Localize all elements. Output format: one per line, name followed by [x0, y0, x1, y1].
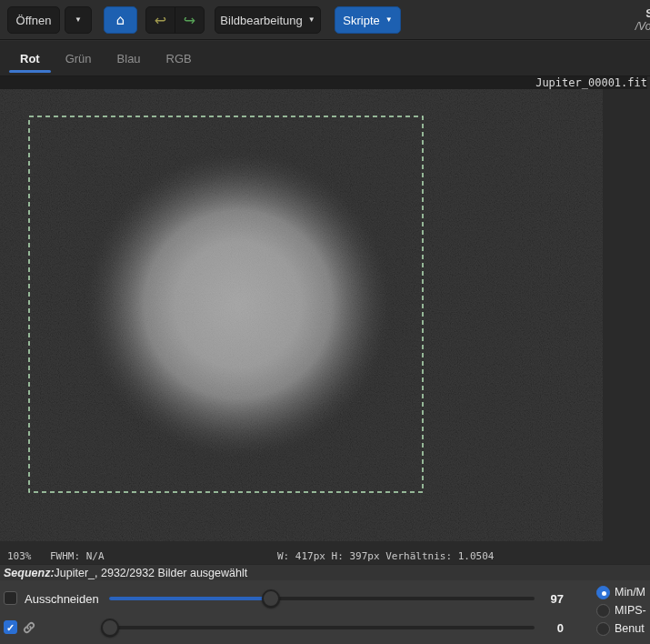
sequence-info-row: Sequenz:Jupiter_, 2932/2932 Bilder ausge…: [0, 564, 650, 580]
radio-minmax-label: Min/M: [615, 586, 645, 599]
radio-user-label: Benut: [615, 622, 645, 635]
tab-gruen[interactable]: Grün: [53, 41, 105, 75]
image-filename-label: Jupiter_00001.fit: [0, 76, 647, 89]
low-threshold-slider[interactable]: [109, 619, 535, 637]
cut-checkbox-label: Ausschneiden: [25, 592, 99, 606]
fits-image: [0, 89, 603, 541]
tab-blau[interactable]: Blau: [105, 41, 154, 75]
window-title-clipped: S /Vol: [599, 7, 650, 34]
image-processing-menu-button[interactable]: Bildbearbeitung ▼: [215, 6, 321, 34]
link-channels-checkbox[interactable]: ✓: [4, 620, 17, 634]
low-threshold-value: 0: [525, 621, 564, 635]
slider-handle[interactable]: [262, 589, 280, 608]
high-threshold-value: 97: [525, 592, 564, 606]
home-button[interactable]: ⌂: [104, 6, 137, 34]
undo-redo-group: ↩ ↪: [145, 6, 205, 34]
slider-handle[interactable]: [101, 619, 119, 637]
image-statusbar: 103% FWHM: N/A W: 417px H: 397px Verhält…: [0, 549, 650, 564]
redo-icon: ↪: [184, 12, 195, 29]
display-stretch-controls: Ausschneiden 97 ✓ 0 Min/M: [0, 580, 650, 644]
radio-mips[interactable]: MIPS-: [596, 603, 650, 618]
tab-rgb[interactable]: RGB: [154, 41, 205, 75]
radio-mips-label: MIPS-: [615, 604, 646, 617]
chevron-down-icon: ▼: [75, 16, 82, 24]
window-title-line1: S: [599, 7, 650, 21]
tab-rot-label: Rot: [20, 52, 40, 65]
home-icon: ⌂: [116, 14, 125, 27]
radio-minmax[interactable]: Min/M: [596, 585, 650, 599]
tab-blau-label: Blau: [117, 52, 141, 65]
sequence-label: Sequenz:: [4, 567, 55, 579]
tab-gruen-label: Grün: [65, 52, 92, 65]
image-viewport[interactable]: [0, 89, 603, 541]
sensor-noise-overlay: [0, 89, 603, 541]
display-mode-radiogroup: Min/M MIPS- Benut: [596, 585, 650, 639]
radio-dot: [596, 604, 610, 618]
slider-track: [109, 626, 535, 629]
image-canvas-area: Jupiter_00001.fit: [0, 76, 650, 564]
scripts-menu-button[interactable]: Skripte ▼: [335, 6, 401, 34]
chevron-down-icon: ▼: [308, 16, 315, 24]
sequence-info: Jupiter_, 2932/2932 Bilder ausgewählt: [55, 567, 248, 579]
siril-window: Öffnen ▼ ⌂ ↩ ↪ Bildbearbeitung ▼ Skripte…: [0, 0, 650, 644]
tab-rot[interactable]: Rot: [7, 41, 53, 75]
channel-tabbar: Rot Grün Blau RGB: [0, 41, 650, 76]
open-button-label: Öffnen: [16, 14, 52, 27]
window-title-line2: /Vol: [599, 21, 650, 34]
radio-user[interactable]: Benut: [596, 621, 650, 636]
undo-button[interactable]: ↩: [146, 7, 175, 33]
tab-rgb-label: RGB: [166, 52, 192, 65]
radio-dot: [596, 586, 610, 599]
redo-button[interactable]: ↪: [175, 7, 204, 33]
radio-dot: [596, 622, 610, 636]
image-processing-label: Bildbearbeitung: [220, 14, 302, 27]
fwhm-readout: FWHM: N/A: [50, 550, 105, 562]
open-button[interactable]: Öffnen: [7, 6, 60, 34]
chevron-down-icon: ▼: [385, 16, 393, 24]
undo-icon: ↩: [155, 12, 166, 29]
main-toolbar: Öffnen ▼ ⌂ ↩ ↪ Bildbearbeitung ▼ Skripte…: [0, 0, 650, 40]
open-dropdown-button[interactable]: ▼: [65, 6, 92, 34]
zoom-level: 103%: [7, 550, 32, 562]
selection-dimensions-readout: W: 417px H: 397px Verhältnis: 1.0504: [277, 550, 494, 562]
high-threshold-slider[interactable]: [109, 589, 535, 608]
link-icon: [21, 619, 37, 636]
cut-checkbox[interactable]: [4, 591, 17, 605]
scripts-label: Skripte: [343, 14, 379, 27]
slider-fill: [109, 597, 271, 600]
